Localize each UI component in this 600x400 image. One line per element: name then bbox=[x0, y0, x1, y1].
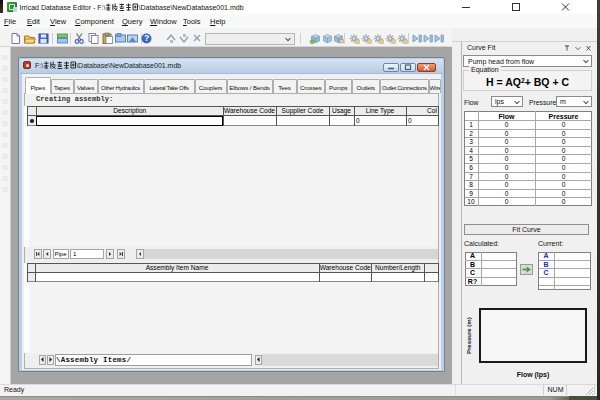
svg-text:?: ? bbox=[144, 33, 149, 43]
